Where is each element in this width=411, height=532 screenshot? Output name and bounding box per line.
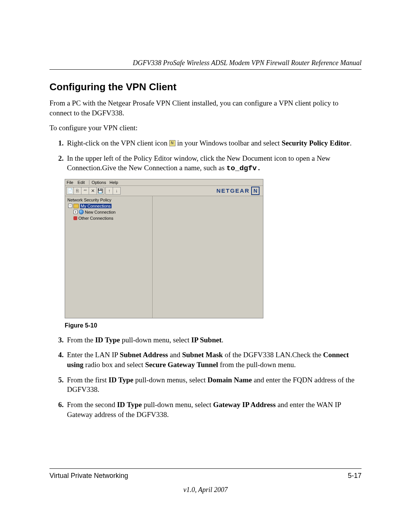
- t: from the pull-down menu.: [220, 361, 296, 369]
- step-6: From the second ID Type pull-down menu, …: [65, 400, 362, 419]
- t: Secure Gateway Tunnel: [145, 361, 218, 369]
- toolbar: 📄 ⎘ ᴬᴮ ✕ 💾 ↑ ↓ NETGEAR N: [65, 186, 263, 196]
- tree-item-label: New Connection: [85, 210, 116, 214]
- tree-item-new-connection[interactable]: + New Connection: [73, 209, 150, 215]
- steps-list-continued: From the ID Type pull-down menu, select …: [49, 335, 362, 419]
- tree-item-label: Other Connections: [78, 216, 113, 220]
- delete-icon[interactable]: ✕: [89, 187, 97, 195]
- figure-5-10-screenshot: File Edit Options Help 📄 ⎘ ᴬᴮ ✕ 💾 ↑ ↓ NE…: [65, 179, 362, 318]
- step-1-bold: Security Policy Editor: [282, 139, 350, 147]
- tree-root-row[interactable]: − My Connections: [68, 203, 150, 209]
- menu-file[interactable]: File: [67, 180, 73, 185]
- footer-rule: [49, 468, 362, 469]
- step-3: From the ID Type pull-down menu, select …: [65, 335, 362, 345]
- step-5: From the first ID Type pull-down menus, …: [65, 375, 362, 395]
- t: pull-down menu, select: [122, 336, 191, 344]
- t: Gateway IP Address: [213, 401, 276, 409]
- t: pull-down menu, select: [143, 401, 213, 409]
- t: From the second: [67, 401, 117, 409]
- toolbar-buttons: 📄 ⎘ ᴬᴮ ✕ 💾 ↑ ↓: [66, 187, 121, 195]
- tree-item-other-connections[interactable]: Other Connections: [73, 215, 150, 221]
- lead-in-paragraph: To configure your VPN client:: [49, 123, 362, 133]
- t: Domain Name: [207, 376, 252, 384]
- footer-page-number: 5-17: [348, 472, 362, 480]
- t: ID Type: [95, 336, 120, 344]
- t: ID Type: [108, 376, 133, 384]
- t: and: [170, 351, 182, 359]
- move-up-icon[interactable]: ↑: [105, 187, 113, 195]
- step-4: Enter the LAN IP Subnet Address and Subn…: [65, 350, 362, 369]
- step-2: In the upper left of the Policy Editor w…: [65, 153, 362, 174]
- t: From the: [67, 336, 95, 344]
- step-1-text-b: in your Windows toolbar and select: [177, 139, 282, 147]
- document-page: DGFV338 ProSafe Wireless ADSL Modem VPN …: [0, 0, 411, 532]
- expand-icon[interactable]: +: [73, 210, 78, 214]
- t: radio box and select: [85, 361, 145, 369]
- page-footer: Virtual Private Networking 5-17 v1.0, Ap…: [49, 468, 362, 494]
- collapse-icon[interactable]: −: [68, 204, 72, 208]
- figure-caption: Figure 5-10: [65, 322, 362, 329]
- step-1: Right-click on the VPN client icon in yo…: [65, 138, 362, 148]
- menu-edit[interactable]: Edit: [78, 180, 85, 185]
- copy-icon[interactable]: ⎘: [74, 187, 81, 195]
- policy-tree-panel: Network Security Policy − My Connections…: [65, 196, 153, 318]
- t: .: [221, 336, 223, 344]
- intro-paragraph: From a PC with the Netgear Prosafe VPN C…: [49, 98, 362, 118]
- step-1-text-c: .: [350, 139, 352, 147]
- footer-chapter: Virtual Private Networking: [49, 472, 128, 480]
- editor-body: Network Security Policy − My Connections…: [65, 196, 263, 318]
- editor-main-panel: [153, 196, 263, 318]
- rename-icon[interactable]: ᴬᴮ: [81, 187, 89, 195]
- step-2-text-a: In the upper left of the Policy Editor w…: [67, 154, 330, 172]
- footer-version: v1.0, April 2007: [49, 486, 362, 494]
- vpn-client-tray-icon: [169, 140, 175, 146]
- lock-icon: [73, 216, 77, 220]
- t: Subnet Address: [120, 351, 168, 359]
- t: Enter the LAN IP: [67, 351, 120, 359]
- menu-help[interactable]: Help: [110, 180, 118, 185]
- t: pull-down menus, select: [135, 376, 207, 384]
- globe-icon: [79, 209, 84, 214]
- save-icon[interactable]: 💾: [97, 187, 104, 195]
- t: ID Type: [117, 401, 142, 409]
- netgear-logo-text: NETGEAR: [217, 187, 250, 194]
- new-document-icon[interactable]: 📄: [66, 187, 74, 195]
- t: of the DGFV338 LAN.Check the: [225, 351, 323, 359]
- t: From the first: [67, 376, 108, 384]
- tree-root-label: My Connections: [80, 204, 112, 208]
- netgear-logo: NETGEAR N: [217, 187, 262, 195]
- section-heading: Configuring the VPN Client: [49, 81, 362, 93]
- netgear-logo-box-icon: N: [251, 187, 260, 195]
- tree-title: Network Security Policy: [67, 198, 150, 202]
- folder-icon: [73, 204, 79, 208]
- step-1-text-a: Right-click on the VPN client icon: [67, 139, 169, 147]
- steps-list: Right-click on the VPN client icon in yo…: [49, 138, 362, 174]
- running-header: DGFV338 ProSafe Wireless ADSL Modem VPN …: [49, 59, 362, 70]
- policy-editor-window: File Edit Options Help 📄 ⎘ ᴬᴮ ✕ 💾 ↑ ↓ NE…: [65, 179, 263, 318]
- step-2-code: to_dgfv.: [226, 164, 261, 173]
- menubar: File Edit Options Help: [65, 179, 263, 186]
- menu-options[interactable]: Options: [89, 180, 106, 185]
- t: Subnet Mask: [182, 351, 223, 359]
- t: IP Subnet: [191, 336, 222, 344]
- move-down-icon[interactable]: ↓: [113, 187, 121, 195]
